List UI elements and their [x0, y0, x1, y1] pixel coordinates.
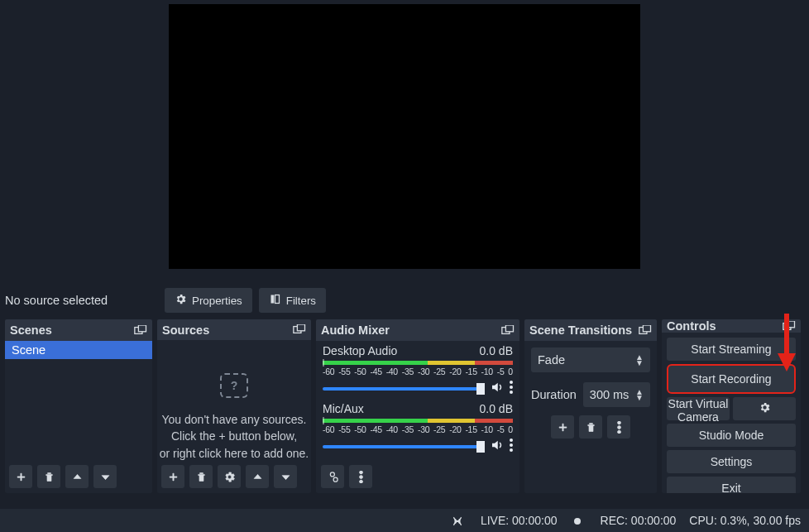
svg-rect-5	[297, 324, 304, 331]
status-bar: LIVE: 00:00:00 REC: 00:00:00 CPU: 0.3%, …	[0, 509, 809, 532]
transition-selected: Fade	[538, 353, 565, 367]
sources-footer	[157, 462, 311, 493]
empty-line-2: Click the + button below,	[157, 428, 311, 444]
gear-icon	[175, 293, 187, 308]
svg-point-10	[510, 391, 513, 394]
studio-mode-button[interactable]: Studio Mode	[667, 424, 796, 447]
channel-menu-icon[interactable]	[510, 381, 513, 396]
meter-ticks: -60-55-50-45-40-35-30-25-20-15-10-50	[323, 424, 513, 434]
cpu-status: CPU: 0.3%, 30.00 fps	[689, 514, 801, 527]
settings-button[interactable]: Settings	[667, 450, 796, 473]
transition-menu-button[interactable]	[607, 415, 630, 439]
popout-icon[interactable]	[783, 321, 796, 332]
svg-point-21	[617, 430, 620, 434]
meter-ticks: -60-55-50-45-40-35-30-25-20-15-10-50	[323, 367, 513, 376]
record-icon	[571, 513, 587, 527]
svg-rect-7	[505, 325, 513, 332]
channel-name: Desktop Audio	[323, 344, 397, 357]
preview-area	[0, 0, 809, 285]
popout-icon[interactable]	[639, 325, 652, 336]
channel-menu-icon[interactable]	[510, 439, 513, 454]
transitions-title: Scene Transitions	[529, 324, 632, 337]
filters-icon	[269, 293, 281, 308]
controls-body: Start Streaming Start Recording Start Vi…	[662, 333, 801, 493]
duration-label: Duration	[531, 388, 577, 401]
filters-button[interactable]: Filters	[259, 288, 326, 313]
empty-line-1: You don't have any sources.	[157, 411, 311, 428]
virtual-camera-settings-button[interactable]	[733, 397, 796, 420]
filters-label: Filters	[286, 295, 316, 307]
speaker-icon[interactable]	[490, 380, 505, 397]
scene-item[interactable]: Scene	[5, 341, 152, 359]
scene-item-label: Scene	[12, 343, 45, 357]
add-scene-button[interactable]	[9, 465, 32, 488]
question-icon: ?	[220, 373, 248, 398]
source-down-button[interactable]	[274, 465, 297, 488]
updown-icon: ▲▼	[635, 389, 644, 400]
sources-dock: Sources ? You don't have any sources. Cl…	[157, 319, 311, 493]
start-recording-button[interactable]: Start Recording	[667, 364, 796, 394]
start-streaming-button[interactable]: Start Streaming	[667, 338, 796, 361]
svg-point-13	[510, 448, 513, 452]
svg-point-14	[359, 471, 362, 474]
scenes-title: Scenes	[10, 324, 52, 337]
svg-point-27	[574, 518, 581, 525]
transitions-dock: Scene Transitions Fade ▲▼ Duration 300 m…	[524, 319, 657, 493]
add-transition-button[interactable]	[551, 415, 574, 439]
audio-meter	[323, 361, 513, 365]
mixer-header[interactable]: Audio Mixer	[316, 319, 519, 341]
svg-point-15	[359, 475, 362, 478]
popout-icon[interactable]	[293, 324, 306, 335]
sources-title: Sources	[162, 324, 209, 337]
scenes-footer	[5, 462, 152, 493]
volume-slider[interactable]	[323, 445, 485, 448]
sources-header[interactable]: Sources	[157, 319, 311, 340]
svg-point-9	[510, 386, 513, 389]
scenes-list[interactable]: Scene	[5, 341, 152, 462]
speaker-icon[interactable]	[490, 438, 505, 455]
mixer-title: Audio Mixer	[321, 324, 390, 337]
transitions-body: Fade ▲▼ Duration 300 ms ▲▼	[524, 341, 657, 445]
advanced-audio-button[interactable]	[321, 465, 344, 488]
source-properties-button[interactable]	[218, 465, 241, 488]
mixer-menu-button[interactable]	[349, 465, 372, 488]
controls-dock: Controls Start Streaming Start Recording…	[662, 319, 801, 493]
transition-select[interactable]: Fade ▲▼	[531, 347, 650, 372]
volume-slider[interactable]	[323, 387, 485, 391]
channel-db: 0.0 dB	[480, 344, 513, 357]
source-up-button[interactable]	[246, 465, 269, 488]
audio-channel-desktop: Desktop Audio 0.0 dB -60-55-50-45-40-35-…	[316, 341, 519, 399]
scene-up-button[interactable]	[65, 465, 89, 488]
popout-icon[interactable]	[501, 325, 515, 336]
start-virtual-camera-button[interactable]: Start Virtual Camera	[667, 397, 730, 420]
svg-rect-18	[643, 325, 650, 332]
properties-button[interactable]: Properties	[165, 288, 252, 313]
exit-button[interactable]: Exit	[667, 477, 796, 493]
sources-list[interactable]: ? You don't have any sources. Click the …	[157, 340, 311, 462]
remove-scene-button[interactable]	[37, 465, 60, 488]
svg-point-19	[617, 421, 620, 424]
rec-status: REC: 00:00:00	[601, 514, 677, 527]
status-row: No source selected Properties Filters	[0, 285, 809, 316]
scenes-dock: Scenes Scene	[5, 319, 152, 493]
remove-source-button[interactable]	[189, 465, 213, 488]
svg-point-8	[510, 381, 513, 384]
preview-canvas[interactable]	[169, 4, 640, 269]
svg-rect-1	[275, 295, 279, 304]
svg-point-26	[457, 520, 459, 522]
remove-transition-button[interactable]	[579, 415, 602, 439]
controls-header[interactable]: Controls	[662, 319, 801, 333]
popout-icon[interactable]	[134, 325, 147, 336]
mixer-footer	[316, 460, 519, 493]
transitions-header[interactable]: Scene Transitions	[524, 319, 657, 341]
empty-line-3: or right click here to add one.	[157, 445, 311, 462]
docks-row: Scenes Scene Sources ? Yo	[0, 316, 809, 493]
channel-db: 0.0 dB	[480, 402, 513, 415]
scene-down-button[interactable]	[93, 465, 117, 488]
duration-input[interactable]: 300 ms ▲▼	[583, 382, 650, 407]
scenes-header[interactable]: Scenes	[5, 319, 152, 341]
live-status: LIVE: 00:00:00	[481, 514, 558, 527]
add-source-button[interactable]	[161, 465, 184, 488]
no-source-label: No source selected	[3, 294, 165, 307]
svg-point-16	[359, 480, 362, 483]
